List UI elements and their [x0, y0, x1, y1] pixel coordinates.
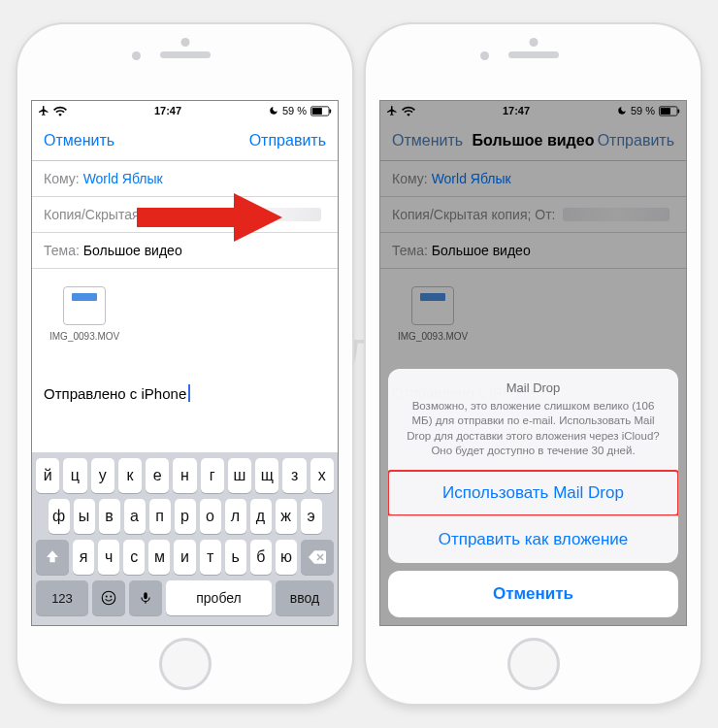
- svg-rect-2: [329, 109, 331, 113]
- key-с[interactable]: с: [123, 540, 145, 575]
- home-button[interactable]: [159, 638, 212, 690]
- key-й[interactable]: й: [36, 458, 59, 493]
- to-label: Кому:: [44, 171, 80, 186]
- earpiece-speaker: [160, 51, 211, 58]
- compose-body[interactable]: IMG_0093.MOV Отправлено с iPhone: [32, 269, 338, 414]
- key-р[interactable]: р: [175, 499, 196, 534]
- space-key[interactable]: Пробел: [166, 580, 272, 615]
- front-camera: [480, 51, 489, 60]
- key-ы[interactable]: ы: [74, 499, 95, 534]
- key-з[interactable]: з: [282, 458, 306, 493]
- to-field-row: Кому: World Яблык: [380, 161, 686, 197]
- sensor-dot: [180, 38, 189, 47]
- key-ш[interactable]: ш: [228, 458, 251, 493]
- to-value: World Яблык: [432, 171, 511, 186]
- home-button[interactable]: [507, 638, 560, 690]
- battery-pct: 59 %: [631, 105, 655, 116]
- to-field-row[interactable]: Кому: World Яблык: [32, 161, 338, 197]
- action-sheet-message: Возможно, это вложение слишком велико (1…: [404, 399, 663, 459]
- key-щ[interactable]: щ: [255, 458, 278, 493]
- cc-label: Копия/Скрытая копия; От:: [392, 207, 555, 222]
- to-value: World Яблык: [83, 171, 163, 186]
- battery-icon: [659, 106, 680, 116]
- key-п[interactable]: п: [149, 499, 171, 534]
- keyboard: йцукенгшщзх фывапролджэ ячсмитьбю 123 Пр…: [32, 452, 338, 625]
- key-ю[interactable]: ю: [276, 540, 297, 575]
- dnd-moon-icon: [269, 106, 278, 116]
- status-clock: 17:47: [503, 105, 530, 116]
- earpiece-speaker: [508, 51, 559, 58]
- subject-field-row[interactable]: Тема: Большое видео: [32, 233, 338, 269]
- key-в[interactable]: в: [99, 499, 120, 534]
- from-address-blurred: [563, 208, 669, 221]
- status-clock: 17:47: [154, 105, 181, 116]
- attachment-chip[interactable]: IMG_0093.MOV: [49, 286, 119, 342]
- keyboard-row-2: фывапролджэ: [36, 499, 334, 534]
- action-sheet: Mail Drop Возможно, это вложение слишком…: [388, 369, 678, 617]
- send-button[interactable]: Отправить: [249, 132, 326, 149]
- key-х[interactable]: х: [310, 458, 334, 493]
- backspace-key[interactable]: [301, 540, 334, 575]
- cc-field-row: Копия/Скрытая копия; От:: [380, 197, 686, 233]
- shift-key[interactable]: [36, 540, 69, 575]
- wifi-icon: [402, 106, 415, 116]
- key-д[interactable]: д: [250, 499, 272, 534]
- send-as-attachment-button[interactable]: Отправить как вложение: [388, 515, 678, 563]
- key-т[interactable]: т: [200, 540, 221, 575]
- airplane-icon: [38, 105, 49, 116]
- use-maildrop-button[interactable]: Использовать Mail Drop: [388, 470, 678, 516]
- cc-field-row[interactable]: Копия/Скрытая копия; От:: [32, 197, 338, 233]
- svg-rect-12: [677, 109, 679, 113]
- nav-title: Большое видео: [380, 132, 686, 149]
- subject-label: Тема:: [392, 243, 428, 258]
- key-г[interactable]: г: [201, 458, 224, 493]
- numbers-key[interactable]: 123: [36, 580, 88, 615]
- cancel-button[interactable]: Отменить: [44, 132, 114, 149]
- key-и[interactable]: и: [174, 540, 195, 575]
- battery-icon: [310, 106, 332, 116]
- screen-right: 17:47 59 % Отменить Большое видео Отправ…: [379, 100, 687, 626]
- key-э[interactable]: э: [301, 499, 322, 534]
- keyboard-row-4: 123 Пробел Ввод: [36, 580, 334, 615]
- subject-label: Тема:: [44, 243, 80, 258]
- key-л[interactable]: л: [225, 499, 246, 534]
- screen-left: 17:47 59 % Отменить Отправить Кому: Worl…: [31, 100, 339, 626]
- action-sheet-title: Mail Drop: [404, 381, 663, 395]
- phone-frame-left: 17:47 59 % Отменить Отправить Кому: Worl…: [17, 24, 352, 704]
- key-о[interactable]: о: [200, 499, 221, 534]
- key-ф[interactable]: ф: [49, 499, 70, 534]
- cc-label: Копия/Скрытая копия; От:: [44, 207, 207, 222]
- dnd-moon-icon: [617, 106, 627, 116]
- key-ж[interactable]: ж: [276, 499, 297, 534]
- key-а[interactable]: а: [124, 499, 146, 534]
- key-ц[interactable]: ц: [63, 458, 86, 493]
- svg-point-3: [102, 591, 115, 605]
- subject-value: Большое видео: [83, 243, 182, 258]
- send-button: Отправить: [598, 132, 674, 149]
- key-б[interactable]: б: [250, 540, 272, 575]
- compose-nav-bar: Отменить Большое видео Отправить: [380, 120, 686, 161]
- emoji-key[interactable]: [92, 580, 125, 615]
- action-sheet-header: Mail Drop Возможно, это вложение слишком…: [388, 369, 678, 471]
- text-caret: [188, 384, 190, 402]
- key-е[interactable]: е: [146, 458, 169, 493]
- attachment-thumb-icon: [411, 286, 454, 325]
- dictation-key[interactable]: [129, 580, 162, 615]
- attachment-thumb-icon: [63, 286, 106, 325]
- return-key[interactable]: Ввод: [276, 580, 334, 615]
- key-ч[interactable]: ч: [98, 540, 119, 575]
- key-у[interactable]: у: [91, 458, 114, 493]
- key-н[interactable]: н: [173, 458, 196, 493]
- cancel-button: Отменить: [392, 132, 463, 149]
- key-я[interactable]: я: [73, 540, 94, 575]
- key-ь[interactable]: ь: [225, 540, 246, 575]
- key-к[interactable]: к: [118, 458, 142, 493]
- keyboard-row-1: йцукенгшщзх: [36, 458, 334, 493]
- subject-value: Большое видео: [432, 243, 531, 258]
- airplane-icon: [386, 105, 398, 116]
- svg-rect-6: [144, 592, 147, 599]
- to-label: Кому:: [392, 171, 428, 186]
- key-м[interactable]: м: [148, 540, 170, 575]
- status-bar: 17:47 59 %: [380, 101, 686, 120]
- action-sheet-cancel-button[interactable]: Отменить: [388, 571, 678, 617]
